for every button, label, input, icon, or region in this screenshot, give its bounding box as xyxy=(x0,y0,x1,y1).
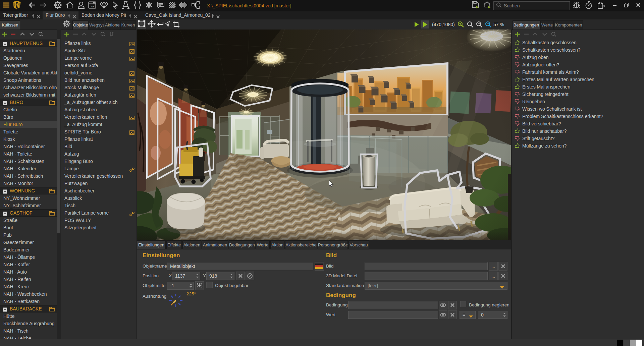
svg-text:OK: OK xyxy=(91,5,95,8)
